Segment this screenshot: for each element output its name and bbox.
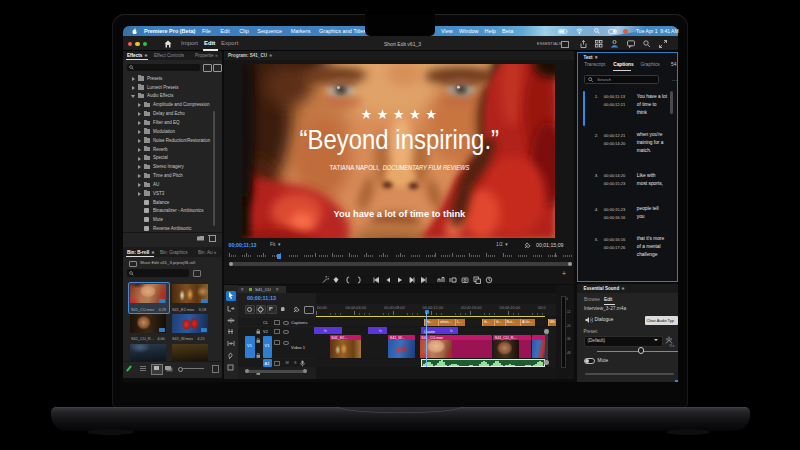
svg-text:TATIANA NAPOLI,: TATIANA NAPOLI, (330, 164, 380, 171)
svg-text:You have a lot of time to thin: You have a lot of time to think (334, 207, 466, 218)
svg-text:DOCUMENTARY FILM REVIEWS: DOCUMENTARY FILM REVIEWS (383, 164, 470, 171)
svg-text:“Beyond inspiring.”: “Beyond inspiring.” (300, 124, 499, 155)
